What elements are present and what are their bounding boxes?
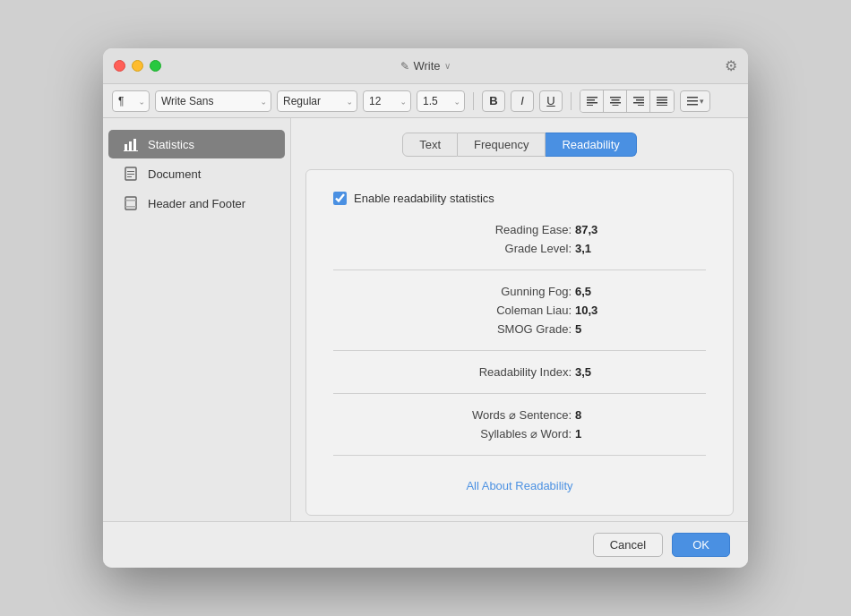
svg-rect-7 — [612, 105, 618, 106]
divider-2 — [333, 350, 706, 351]
align-center-button[interactable] — [604, 90, 627, 112]
content-area: Text Frequency Readability Enable readab… — [291, 118, 748, 521]
spacing-select[interactable]: 1.5 — [417, 90, 465, 112]
svg-rect-12 — [657, 97, 667, 98]
enable-label: Enable readability statistics — [354, 192, 494, 205]
main-window: ✎ Write ∨ ⚙ ¶ Write Sans Regular 12 — [103, 48, 748, 568]
tab-frequency[interactable]: Frequency — [458, 133, 546, 157]
svg-rect-10 — [633, 102, 644, 104]
close-button[interactable] — [114, 60, 125, 72]
sidebar-item-header-footer[interactable]: Header and Footer — [108, 189, 285, 218]
stats-section-4: Words ⌀ Sentence: 8 Syllables ⌀ Word: 1 — [333, 408, 706, 441]
size-select-wrapper: 12 — [363, 90, 411, 112]
title-icon: ✎ — [400, 60, 409, 73]
stat-readability-index: Readability Index: 3,5 — [333, 365, 706, 379]
style-select-wrapper: Regular — [277, 90, 357, 112]
svg-rect-15 — [657, 105, 667, 106]
svg-rect-14 — [657, 102, 667, 104]
tab-text[interactable]: Text — [402, 133, 458, 157]
stats-section-3: Readability Index: 3,5 — [333, 365, 706, 379]
svg-rect-20 — [129, 141, 132, 150]
align-justify-button[interactable] — [650, 90, 674, 112]
bold-button[interactable]: B — [482, 90, 505, 112]
svg-rect-27 — [125, 197, 136, 210]
enable-checkbox[interactable] — [333, 192, 347, 205]
lines-menu-button[interactable]: ▾ — [680, 90, 710, 112]
svg-rect-6 — [610, 102, 621, 104]
gear-icon[interactable]: ⚙ — [725, 57, 737, 74]
cancel-button[interactable]: Cancel — [593, 533, 663, 557]
separator-1 — [473, 92, 474, 110]
readability-link-row: All About Readability — [333, 477, 706, 493]
enable-row: Enable readability statistics — [333, 192, 706, 205]
svg-rect-22 — [124, 150, 138, 151]
style-select[interactable]: Regular — [277, 90, 357, 112]
underline-button[interactable]: U — [539, 90, 563, 112]
main-body: Statistics Document Header and Footer Te… — [103, 118, 748, 521]
document-icon — [123, 166, 139, 182]
title-text: Write — [413, 59, 440, 73]
svg-rect-19 — [125, 144, 127, 150]
stat-coleman-liau: Coleman Liau: 10,3 — [333, 304, 706, 317]
paragraph-select[interactable]: ¶ — [112, 90, 150, 112]
document-label: Document — [148, 167, 201, 181]
svg-rect-16 — [687, 97, 698, 98]
separator-2 — [571, 92, 572, 110]
stat-syllables-word: Syllables ⌀ Word: 1 — [333, 427, 706, 441]
svg-rect-17 — [687, 100, 698, 102]
ok-button[interactable]: OK — [672, 533, 730, 557]
svg-rect-26 — [127, 176, 132, 177]
minimize-button[interactable] — [132, 60, 143, 72]
svg-rect-4 — [610, 97, 621, 98]
stat-smog-grade: SMOG Grade: 5 — [333, 322, 706, 336]
maximize-button[interactable] — [150, 60, 161, 72]
stat-gunning-fog: Gunning Fog: 6,5 — [333, 285, 706, 298]
titlebar: ✎ Write ∨ ⚙ — [103, 48, 748, 84]
svg-rect-2 — [587, 102, 597, 104]
stats-section: Reading Ease: 87,3 Grade Level: 3,1 — [333, 223, 706, 255]
stat-reading-ease: Reading Ease: 87,3 — [333, 223, 706, 236]
tabs: Text Frequency Readability — [305, 133, 734, 157]
svg-rect-24 — [127, 171, 134, 172]
svg-rect-1 — [587, 99, 595, 101]
font-select[interactable]: Write Sans — [155, 90, 271, 112]
spacing-select-wrapper: 1.5 — [417, 90, 465, 112]
sidebar-item-statistics[interactable]: Statistics — [108, 130, 285, 158]
svg-rect-25 — [127, 174, 134, 175]
tab-readability[interactable]: Readability — [546, 133, 636, 157]
svg-rect-21 — [133, 139, 136, 150]
svg-rect-5 — [611, 99, 619, 101]
traffic-lights — [114, 60, 161, 72]
header-footer-label: Header and Footer — [148, 197, 245, 210]
font-select-wrapper: Write Sans — [155, 90, 271, 112]
stat-words-sentence: Words ⌀ Sentence: 8 — [333, 408, 706, 422]
title-chevron: ∨ — [444, 61, 451, 71]
stats-section-2: Gunning Fog: 6,5 Coleman Liau: 10,3 SMOG… — [333, 285, 706, 336]
italic-button[interactable]: I — [511, 90, 534, 112]
svg-rect-13 — [657, 99, 667, 101]
statistics-icon — [123, 136, 139, 152]
svg-rect-0 — [587, 97, 597, 98]
svg-rect-29 — [125, 206, 136, 208]
toolbar: ¶ Write Sans Regular 12 1.5 B I U — [103, 84, 748, 118]
svg-rect-3 — [587, 105, 593, 106]
align-left-button[interactable] — [580, 90, 604, 112]
svg-rect-8 — [633, 97, 644, 98]
sidebar-item-document[interactable]: Document — [108, 159, 285, 188]
size-select[interactable]: 12 — [363, 90, 411, 112]
divider-1 — [333, 270, 706, 270]
align-group — [580, 90, 675, 113]
stat-grade-level: Grade Level: 3,1 — [333, 242, 706, 255]
paragraph-select-wrapper: ¶ — [112, 90, 150, 112]
sidebar: Statistics Document Header and Footer — [103, 118, 291, 521]
statistics-label: Statistics — [148, 138, 194, 151]
svg-rect-28 — [125, 200, 136, 201]
svg-rect-9 — [636, 99, 644, 101]
readability-panel: Enable readability statistics Reading Ea… — [305, 169, 734, 516]
header-footer-icon — [123, 195, 139, 211]
align-right-button[interactable] — [627, 90, 650, 112]
svg-rect-18 — [687, 104, 698, 106]
divider-4 — [333, 455, 706, 456]
readability-link[interactable]: All About Readability — [466, 479, 572, 492]
footer: Cancel OK — [103, 521, 748, 568]
